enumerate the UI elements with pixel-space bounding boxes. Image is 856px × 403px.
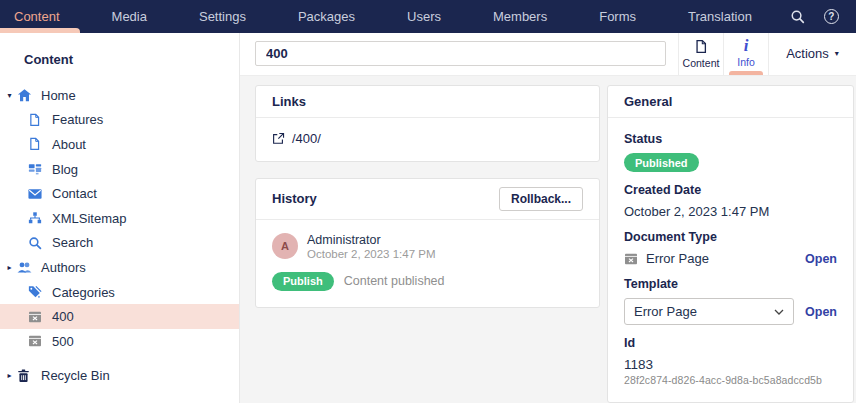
sidebar-item-500[interactable]: 500 (0, 329, 239, 354)
search-icon[interactable] (790, 9, 806, 25)
search-icon (28, 235, 43, 250)
editor-header: Content i Info Actions ▾ (240, 33, 856, 76)
created-date-value: October 2, 2023 1:47 PM (624, 204, 837, 219)
status-badge: Published (624, 153, 699, 172)
sidebar-item-categories[interactable]: Categories (0, 280, 239, 305)
tree-label: Recycle Bin (41, 368, 110, 383)
avatar: A (272, 233, 298, 259)
template-label: Template (624, 277, 837, 291)
error-window-icon (28, 334, 43, 349)
tree-label: Blog (52, 162, 78, 177)
sidebar-item-400[interactable]: 400 (0, 304, 239, 329)
node-name-input[interactable] (255, 41, 666, 66)
top-navbar: Content Media Settings Packages Users Me… (0, 0, 856, 33)
document-type-label: Document Type (624, 230, 837, 244)
envelope-icon (28, 186, 43, 201)
editor-tabs: Content i Info Actions ▾ (678, 33, 856, 75)
nav-item-content[interactable]: Content (0, 0, 84, 33)
nav-item-media[interactable]: Media (98, 0, 171, 33)
open-document-type-link[interactable]: Open (805, 252, 837, 266)
caret-down-icon[interactable]: ▾ (3, 91, 16, 100)
document-icon (28, 137, 43, 152)
tab-info[interactable]: i Info (723, 33, 768, 75)
info-icon: i (744, 39, 749, 53)
nav-item-label: Packages (298, 9, 355, 24)
history-description: Content published (344, 274, 445, 288)
sitemap-icon (28, 211, 43, 226)
nav-item-members[interactable]: Members (479, 0, 571, 33)
tags-icon (28, 285, 43, 300)
history-entry: A Administrator October 2, 2023 1:47 PM (272, 233, 583, 260)
published-url-link[interactable]: /400/ (272, 131, 583, 146)
actions-dropdown[interactable]: Actions ▾ (768, 33, 856, 75)
tab-content[interactable]: Content (678, 33, 723, 75)
history-date: October 2, 2023 1:47 PM (307, 248, 436, 260)
users-icon (17, 260, 32, 275)
template-select[interactable]: Error Page (624, 298, 794, 325)
nav-item-label: Settings (199, 9, 246, 24)
sidebar-item-search[interactable]: Search (0, 231, 239, 256)
help-icon[interactable]: ? (824, 9, 839, 24)
sidebar-section-title: Content (0, 33, 239, 83)
general-panel-title: General (624, 94, 672, 109)
content-tree: ▾ Home Features About Blog Contact (0, 83, 239, 388)
general-panel: General Status Published Created Date Oc… (607, 85, 854, 403)
nav-item-label: Users (407, 9, 441, 24)
template-selected-value: Error Page (634, 304, 697, 319)
nav-item-settings[interactable]: Settings (185, 0, 270, 33)
nav-item-forms[interactable]: Forms (585, 0, 660, 33)
sidebar-item-blog[interactable]: Blog (0, 157, 239, 182)
sidebar-item-contact[interactable]: Contact (0, 181, 239, 206)
sidebar: Content ▾ Home Features About Blog Cont (0, 33, 240, 403)
nav-item-label: Content (14, 9, 60, 24)
nav-item-users[interactable]: Users (393, 0, 465, 33)
id-value: 1183 (624, 357, 837, 372)
nav-item-label: Translation (688, 9, 752, 24)
sidebar-item-xmlsitemap[interactable]: XMLSitemap (0, 206, 239, 231)
guid-value: 28f2c874-d826-4acc-9d8a-bc5a8adccd5b (624, 374, 837, 386)
chevron-down-icon (774, 309, 784, 315)
content-doc-icon (694, 39, 708, 54)
nav-item-translation[interactable]: Translation (674, 0, 776, 33)
sidebar-item-home[interactable]: ▾ Home (0, 83, 239, 108)
document-type-value: Error Page (646, 251, 709, 266)
history-user: Administrator (307, 233, 436, 247)
sidebar-item-features[interactable]: Features (0, 108, 239, 133)
links-panel: Links /400/ (255, 85, 600, 162)
tree-label: Search (52, 235, 93, 250)
nav-item-label: Media (112, 9, 147, 24)
created-date-label: Created Date (624, 183, 837, 197)
nav-item-packages[interactable]: Packages (284, 0, 379, 33)
nav-item-label: Forms (599, 9, 636, 24)
document-icon (28, 112, 43, 127)
tree-label: Features (52, 112, 103, 127)
sidebar-item-recycle-bin[interactable]: ▸ Recycle Bin (0, 364, 239, 389)
caret-right-icon[interactable]: ▸ (3, 263, 16, 272)
id-label: Id (624, 336, 837, 350)
status-label: Status (624, 132, 837, 146)
published-url-text: /400/ (292, 131, 321, 146)
actions-label: Actions (786, 46, 829, 61)
error-window-icon (28, 309, 43, 324)
publish-badge: Publish (272, 272, 334, 291)
trash-icon (17, 368, 32, 383)
info-view: Links /400/ History Rollback... (240, 76, 856, 403)
rollback-button[interactable]: Rollback... (499, 187, 583, 211)
tree-label: Authors (41, 260, 86, 275)
chevron-down-icon: ▾ (835, 49, 839, 58)
tree-label: 500 (52, 334, 74, 349)
links-panel-title: Links (272, 94, 306, 109)
tree-label: Home (41, 88, 76, 103)
tree-label: Contact (52, 186, 97, 201)
tab-label: Content (683, 57, 720, 69)
nav-item-label: Members (493, 9, 547, 24)
sidebar-item-about[interactable]: About (0, 132, 239, 157)
tree-label: XMLSitemap (52, 211, 126, 226)
tree-label: 400 (52, 309, 74, 324)
blocks-icon (28, 162, 43, 177)
sidebar-item-authors[interactable]: ▸ Authors (0, 255, 239, 280)
open-template-link[interactable]: Open (805, 305, 837, 319)
error-window-icon (624, 253, 638, 265)
caret-right-icon[interactable]: ▸ (3, 371, 16, 380)
tab-label: Info (737, 56, 755, 68)
